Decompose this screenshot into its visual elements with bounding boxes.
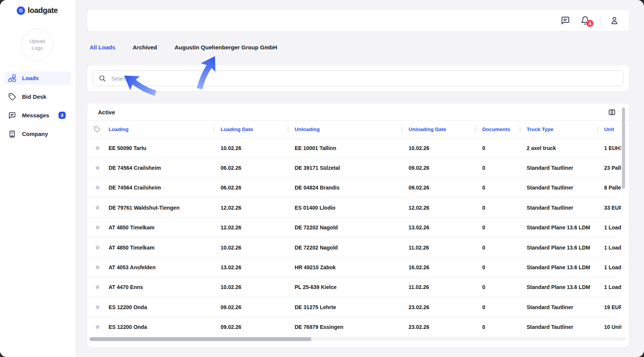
sidebar-item-loads[interactable]: Loads: [5, 71, 71, 85]
tag-column-icon: [87, 126, 109, 133]
cell-loading-date: 10.02.26: [214, 145, 288, 151]
column-header-documents[interactable]: Documents: [475, 126, 520, 132]
row-status-dot: [87, 285, 109, 289]
cell-documents: 0: [475, 324, 520, 330]
cell-loading: ES 12200 Onda: [109, 324, 214, 330]
cell-documents: 0: [475, 304, 520, 310]
upload-logo-label-line2: Logo: [32, 45, 43, 52]
notifications-button[interactable]: 4: [581, 16, 590, 25]
table-row[interactable]: AT 4850 Timelkam12.02.26DE 72202 Nagold1…: [87, 218, 621, 238]
cell-unloading: ES 01400 Llodio: [288, 205, 402, 211]
cell-unloading-date: 16.02.26: [402, 264, 475, 270]
cell-loading-date: 12.02.26: [214, 205, 288, 211]
cell-truck-type: Standard Plane 13.6 LDM: [520, 245, 597, 251]
table-header-row: Loading Loading Date Unloading Unloading…: [87, 121, 621, 138]
cell-unloading-date: 12.02.26: [402, 205, 475, 211]
cell-unloading: DE 72202 Nagold: [288, 224, 402, 231]
message-icon: [8, 112, 16, 119]
row-status-dot: [87, 226, 109, 229]
cell-unit: 1 Load: [597, 245, 621, 251]
profile-button[interactable]: [610, 16, 619, 25]
cell-truck-type: Standard Tautliner: [520, 324, 597, 330]
sidebar-nav: Loads Bid Desk Message: [5, 71, 71, 141]
cell-unit: 10 Unit: [597, 324, 621, 330]
table-row[interactable]: ES 12200 Onda09.02.26DE 76879 Essingen23…: [87, 318, 621, 337]
column-header-unit[interactable]: Unit: [597, 126, 621, 132]
cell-documents: 0: [475, 284, 520, 290]
cell-unloading-date: 13.02.26: [402, 224, 475, 231]
cell-loading-date: 10.02.26: [214, 245, 288, 251]
columns-icon: [608, 108, 616, 116]
sidebar-item-bid-desk[interactable]: Bid Desk: [5, 90, 71, 103]
active-loads-panel: Active Loading Loading Date Unloading: [87, 104, 629, 347]
sidebar-item-company[interactable]: Company: [5, 127, 71, 141]
brand-wordmark: loadgate: [28, 6, 58, 15]
horizontal-scrollbar-track[interactable]: [90, 337, 626, 341]
cell-unloading: EE 10001 Tallinn: [288, 145, 402, 151]
search-box[interactable]: [93, 70, 623, 86]
tab-all-loads[interactable]: All Loads: [90, 44, 115, 51]
cell-documents: 0: [475, 264, 520, 270]
cell-loading: ES 12200 Onda: [109, 304, 214, 310]
cell-unloading: DE 39171 Sülzetal: [288, 165, 402, 171]
table-row[interactable]: EE 50090 Tartu10.02.26EE 10001 Tallinn10…: [87, 138, 621, 158]
chat-button[interactable]: [561, 16, 570, 25]
upload-logo-label-line1: Upload: [29, 38, 45, 45]
sidebar-item-messages[interactable]: Messages 4: [5, 109, 71, 122]
cell-documents: 0: [475, 145, 520, 151]
table-row[interactable]: DE 79761 Waldshut-Tiengen12.02.26ES 0140…: [87, 198, 621, 218]
tab-archived[interactable]: Archived: [133, 44, 157, 51]
cell-loading-date: 09.02.26: [214, 304, 288, 310]
column-header-truck-type[interactable]: Truck Type: [520, 126, 597, 132]
cell-loading-date: 09.02.26: [214, 324, 288, 330]
search-icon: [99, 75, 106, 82]
blocks-icon: [8, 74, 16, 82]
topbar: 4: [87, 10, 629, 31]
cell-unloading-date: 10.02.26: [402, 145, 475, 151]
column-header-loading-date[interactable]: Loading Date: [214, 126, 288, 132]
cell-truck-type: Standard Plane 13.6 LDM: [520, 224, 597, 231]
cell-loading-date: 13.02.26: [214, 264, 288, 270]
cell-documents: 0: [475, 205, 520, 211]
cell-unloading-date: 23.02.26: [402, 304, 475, 310]
cell-unloading: DE 31275 Lehrte: [288, 304, 402, 310]
cell-unloading: PL 25-639 Kielce: [288, 284, 402, 290]
search-input[interactable]: [110, 75, 617, 82]
table-row[interactable]: AT 4053 Ansfelden13.02.26HR 49210 Zabok1…: [87, 257, 621, 277]
sidebar-item-label: Loads: [22, 75, 39, 81]
table-row[interactable]: ES 12200 Onda09.02.26DE 31275 Lehrte23.0…: [87, 297, 621, 317]
table-row[interactable]: DE 74564 Crailsheim06.02.26DE 04824 Bran…: [87, 178, 621, 198]
column-header-loading[interactable]: Loading: [109, 126, 214, 132]
chat-icon: [561, 16, 570, 25]
cell-loading: AT 4850 Timelkam: [109, 224, 214, 231]
column-header-unloading[interactable]: Unloading: [288, 126, 402, 132]
column-header-unloading-date[interactable]: Unloading Date: [402, 126, 475, 132]
cell-loading: AT 4850 Timelkam: [109, 245, 214, 251]
row-status-dot: [87, 186, 109, 190]
horizontal-scrollbar-thumb[interactable]: [90, 337, 311, 341]
cell-loading: AT 4470 Enns: [109, 284, 214, 290]
table-row[interactable]: DE 74564 Crailsheim06.02.26DE 39171 Sülz…: [87, 158, 621, 178]
tab-company[interactable]: Augustin Quehenberger Group GmbH: [175, 44, 277, 51]
cell-unit: 19 EUP: [597, 304, 621, 310]
cell-loading-date: 06.02.26: [214, 185, 288, 191]
panel-title: Active: [98, 109, 115, 115]
cell-truck-type: 2 axel truck: [520, 145, 597, 151]
loadgate-monogram-icon: G: [17, 6, 25, 15]
row-status-dot: [87, 166, 109, 170]
columns-toggle-button[interactable]: [608, 108, 616, 116]
cell-documents: 0: [475, 224, 520, 231]
table-row[interactable]: AT 4850 Timelkam10.02.26DE 72202 Nagold1…: [87, 238, 621, 257]
cell-truck-type: Standard Plane 13.6 LDM: [520, 284, 597, 290]
topbar-divider: [600, 15, 601, 26]
cell-unloading-date: 23.02.26: [402, 324, 475, 330]
brand-logo: G loadgate: [17, 6, 58, 15]
upload-logo-dropzone[interactable]: Upload Logo: [21, 29, 53, 61]
sidebar: G loadgate Upload Logo Loads: [0, 0, 76, 357]
vertical-scrollbar-thumb[interactable]: [622, 107, 625, 189]
cell-unloading-date: 09.02.26: [402, 185, 475, 191]
cell-unloading-date: 09.02.26: [402, 165, 475, 171]
cell-truck-type: Standard Tautliner: [520, 205, 597, 211]
table-row[interactable]: AT 4470 Enns10.02.26PL 25-639 Kielce11.0…: [87, 278, 621, 297]
cell-loading-date: 12.02.26: [214, 224, 288, 231]
